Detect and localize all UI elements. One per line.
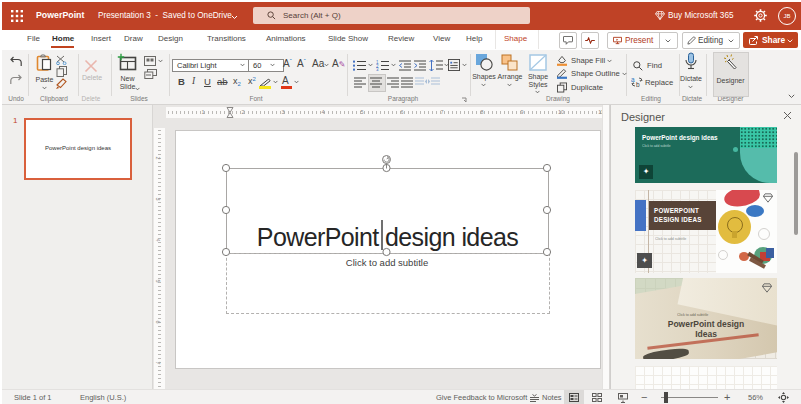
svg-text:a: a <box>631 76 635 83</box>
svg-text:3: 3 <box>376 67 379 71</box>
svg-text:b: b <box>636 81 640 88</box>
